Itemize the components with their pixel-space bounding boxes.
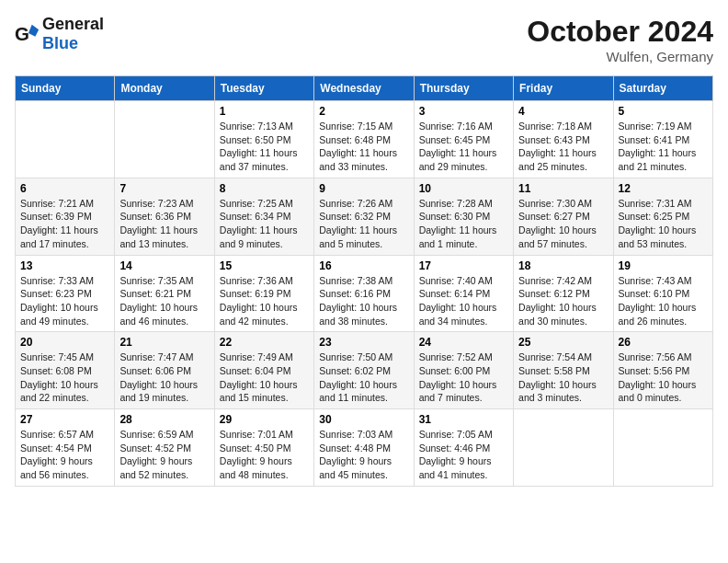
day-number: 1	[220, 105, 309, 118]
calendar-cell: 23Sunrise: 7:50 AM Sunset: 6:02 PM Dayli…	[314, 332, 414, 409]
calendar-cell: 20Sunrise: 7:45 AM Sunset: 6:08 PM Dayli…	[16, 332, 115, 409]
day-info: Sunrise: 7:03 AM Sunset: 4:48 PM Dayligh…	[319, 428, 408, 482]
calendar-cell: 22Sunrise: 7:49 AM Sunset: 6:04 PM Dayli…	[214, 332, 313, 409]
day-info: Sunrise: 7:54 AM Sunset: 5:58 PM Dayligh…	[518, 350, 608, 405]
weekday-header: Tuesday	[214, 76, 313, 101]
day-number: 30	[319, 413, 408, 426]
day-number: 8	[220, 182, 309, 195]
day-info: Sunrise: 7:42 AM Sunset: 6:12 PM Dayligh…	[518, 274, 608, 328]
day-info: Sunrise: 7:21 AM Sunset: 6:39 PM Dayligh…	[20, 197, 109, 251]
day-number: 10	[419, 182, 508, 195]
day-info: Sunrise: 7:05 AM Sunset: 4:46 PM Dayligh…	[419, 428, 508, 482]
day-info: Sunrise: 7:38 AM Sunset: 6:16 PM Dayligh…	[319, 274, 408, 328]
day-info: Sunrise: 7:28 AM Sunset: 6:30 PM Dayligh…	[419, 197, 508, 251]
day-number: 22	[220, 336, 309, 349]
day-info: Sunrise: 7:47 AM Sunset: 6:06 PM Dayligh…	[119, 350, 209, 405]
calendar-week-row: 20Sunrise: 7:45 AM Sunset: 6:08 PM Dayli…	[16, 332, 713, 409]
day-info: Sunrise: 7:49 AM Sunset: 6:04 PM Dayligh…	[220, 350, 309, 405]
day-number: 7	[119, 182, 209, 195]
day-number: 3	[419, 105, 508, 118]
calendar-cell: 8Sunrise: 7:25 AM Sunset: 6:34 PM Daylig…	[214, 178, 313, 255]
day-info: Sunrise: 7:36 AM Sunset: 6:19 PM Dayligh…	[220, 274, 309, 328]
day-number: 14	[119, 259, 209, 272]
weekday-header: Friday	[514, 76, 613, 101]
calendar-cell: 16Sunrise: 7:38 AM Sunset: 6:16 PM Dayli…	[314, 255, 414, 332]
calendar-cell: 31Sunrise: 7:05 AM Sunset: 4:46 PM Dayli…	[414, 409, 513, 487]
day-number: 11	[518, 182, 608, 195]
day-number: 21	[119, 336, 209, 349]
day-info: Sunrise: 7:25 AM Sunset: 6:34 PM Dayligh…	[220, 197, 309, 251]
weekday-header: Wednesday	[314, 76, 414, 101]
calendar-cell: 4Sunrise: 7:18 AM Sunset: 6:43 PM Daylig…	[514, 101, 613, 178]
day-number: 9	[319, 182, 408, 195]
weekday-header: Sunday	[16, 76, 115, 101]
day-info: Sunrise: 7:52 AM Sunset: 6:00 PM Dayligh…	[419, 350, 508, 405]
calendar-cell: 2Sunrise: 7:15 AM Sunset: 6:48 PM Daylig…	[314, 101, 414, 178]
calendar-cell: 6Sunrise: 7:21 AM Sunset: 6:39 PM Daylig…	[16, 178, 115, 255]
calendar-cell	[613, 409, 712, 487]
day-info: Sunrise: 7:23 AM Sunset: 6:36 PM Dayligh…	[119, 197, 209, 251]
day-number: 16	[319, 259, 408, 272]
day-number: 19	[619, 259, 708, 272]
day-number: 5	[619, 105, 708, 118]
calendar-cell: 11Sunrise: 7:30 AM Sunset: 6:27 PM Dayli…	[514, 178, 613, 255]
calendar-cell	[16, 101, 115, 178]
day-info: Sunrise: 7:31 AM Sunset: 6:25 PM Dayligh…	[619, 197, 708, 251]
logo-blue-text: Blue	[42, 34, 78, 52]
calendar-cell: 7Sunrise: 7:23 AM Sunset: 6:36 PM Daylig…	[115, 178, 214, 255]
location: Wulfen, Germany	[527, 49, 713, 64]
day-info: Sunrise: 6:59 AM Sunset: 4:52 PM Dayligh…	[119, 428, 209, 482]
calendar-cell: 24Sunrise: 7:52 AM Sunset: 6:00 PM Dayli…	[414, 332, 513, 409]
day-number: 23	[319, 336, 408, 349]
day-info: Sunrise: 7:26 AM Sunset: 6:32 PM Dayligh…	[319, 197, 408, 251]
calendar-week-row: 6Sunrise: 7:21 AM Sunset: 6:39 PM Daylig…	[16, 178, 713, 255]
calendar-cell: 18Sunrise: 7:42 AM Sunset: 6:12 PM Dayli…	[514, 255, 613, 332]
calendar-cell: 1Sunrise: 7:13 AM Sunset: 6:50 PM Daylig…	[214, 101, 313, 178]
day-info: Sunrise: 7:30 AM Sunset: 6:27 PM Dayligh…	[518, 197, 608, 251]
day-info: Sunrise: 6:57 AM Sunset: 4:54 PM Dayligh…	[20, 428, 109, 482]
calendar-cell: 19Sunrise: 7:43 AM Sunset: 6:10 PM Dayli…	[613, 255, 712, 332]
page-header: G General Blue October 2024 Wulfen, Germ…	[15, 15, 713, 64]
day-info: Sunrise: 7:16 AM Sunset: 6:45 PM Dayligh…	[419, 120, 508, 174]
calendar-cell: 25Sunrise: 7:54 AM Sunset: 5:58 PM Dayli…	[514, 332, 613, 409]
calendar-week-row: 27Sunrise: 6:57 AM Sunset: 4:54 PM Dayli…	[16, 409, 713, 487]
day-number: 2	[319, 105, 408, 118]
calendar-week-row: 1Sunrise: 7:13 AM Sunset: 6:50 PM Daylig…	[16, 101, 713, 178]
calendar-cell: 5Sunrise: 7:19 AM Sunset: 6:41 PM Daylig…	[613, 101, 712, 178]
day-info: Sunrise: 7:50 AM Sunset: 6:02 PM Dayligh…	[319, 350, 408, 405]
calendar-cell: 30Sunrise: 7:03 AM Sunset: 4:48 PM Dayli…	[314, 409, 414, 487]
logo-general-text: General	[42, 15, 104, 33]
day-number: 27	[20, 413, 109, 426]
day-info: Sunrise: 7:40 AM Sunset: 6:14 PM Dayligh…	[419, 274, 508, 328]
calendar-cell: 26Sunrise: 7:56 AM Sunset: 5:56 PM Dayli…	[613, 332, 712, 409]
month-title: October 2024	[527, 15, 713, 49]
svg-marker-1	[28, 25, 39, 37]
day-number: 13	[20, 259, 109, 272]
logo: G General Blue	[15, 15, 104, 53]
day-number: 29	[220, 413, 309, 426]
calendar-cell: 17Sunrise: 7:40 AM Sunset: 6:14 PM Dayli…	[414, 255, 513, 332]
svg-text:G: G	[15, 23, 29, 44]
calendar-cell: 28Sunrise: 6:59 AM Sunset: 4:52 PM Dayli…	[115, 409, 214, 487]
weekday-header: Saturday	[613, 76, 712, 101]
calendar-cell: 12Sunrise: 7:31 AM Sunset: 6:25 PM Dayli…	[613, 178, 712, 255]
day-number: 20	[20, 336, 109, 349]
calendar-cell: 14Sunrise: 7:35 AM Sunset: 6:21 PM Dayli…	[115, 255, 214, 332]
weekday-header: Monday	[115, 76, 214, 101]
day-info: Sunrise: 7:13 AM Sunset: 6:50 PM Dayligh…	[220, 120, 309, 174]
day-number: 15	[220, 259, 309, 272]
calendar-cell: 3Sunrise: 7:16 AM Sunset: 6:45 PM Daylig…	[414, 101, 513, 178]
calendar-cell: 29Sunrise: 7:01 AM Sunset: 4:50 PM Dayli…	[214, 409, 313, 487]
day-info: Sunrise: 7:35 AM Sunset: 6:21 PM Dayligh…	[119, 274, 209, 328]
day-number: 24	[419, 336, 508, 349]
day-number: 18	[518, 259, 608, 272]
day-number: 31	[419, 413, 508, 426]
logo-icon: G	[15, 21, 40, 47]
day-info: Sunrise: 7:15 AM Sunset: 6:48 PM Dayligh…	[319, 120, 408, 174]
calendar-cell: 21Sunrise: 7:47 AM Sunset: 6:06 PM Dayli…	[115, 332, 214, 409]
weekday-header-row: SundayMondayTuesdayWednesdayThursdayFrid…	[16, 76, 713, 101]
day-info: Sunrise: 7:56 AM Sunset: 5:56 PM Dayligh…	[619, 350, 708, 405]
title-block: October 2024 Wulfen, Germany	[527, 15, 713, 64]
day-number: 12	[619, 182, 708, 195]
day-info: Sunrise: 7:19 AM Sunset: 6:41 PM Dayligh…	[619, 120, 708, 174]
